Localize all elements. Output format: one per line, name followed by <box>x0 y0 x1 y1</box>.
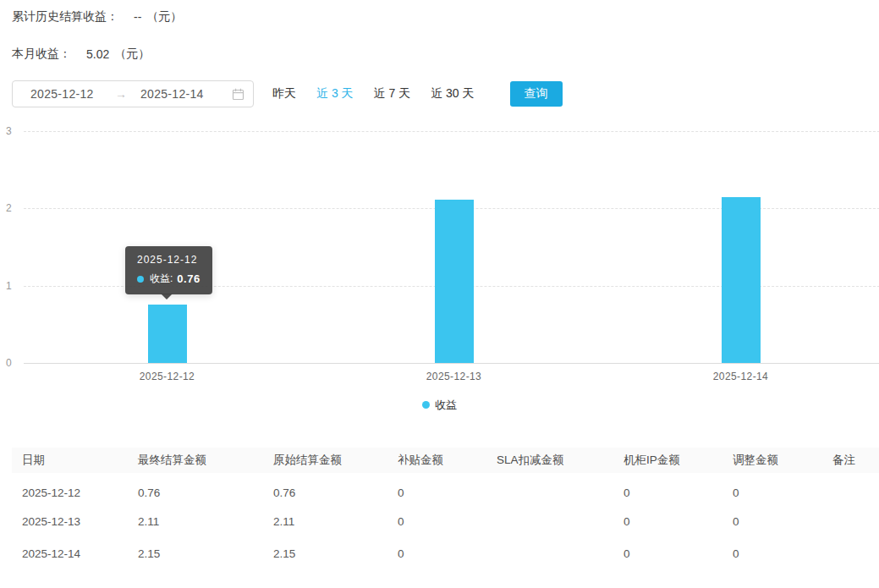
table-cell <box>822 473 879 505</box>
query-button[interactable]: 查询 <box>510 81 563 107</box>
chart-legend: 收益 <box>0 397 879 413</box>
chart-bar-2025-12-13[interactable] <box>435 200 474 363</box>
month-earnings-label: 本月收益： <box>12 47 71 62</box>
table-header-cell: 补贴金额 <box>387 448 486 473</box>
table-cell <box>822 505 879 537</box>
table-cell: 2025-12-13 <box>12 505 128 537</box>
table-header-cell: 机柜IP金额 <box>613 448 722 473</box>
table-header-cell: 调整金额 <box>722 448 822 473</box>
chart-bar-2025-12-12[interactable] <box>148 305 187 363</box>
total-earnings-label: 累计历史结算收益： <box>12 9 118 25</box>
table-cell: 0 <box>613 537 722 569</box>
chart-tooltip: 2025-12-12 收益: 0.76 <box>125 246 212 294</box>
calendar-icon[interactable] <box>232 88 244 101</box>
x-axis-label: 2025-12-14 <box>690 371 792 382</box>
month-earnings-row: 本月收益： 5.02 （元） <box>12 47 867 62</box>
table-row: 2025-12-120.760.76000 <box>12 473 879 505</box>
table-cell: 2025-12-12 <box>12 473 128 505</box>
table-cell: 2025-12-14 <box>12 537 128 569</box>
quick-filter-0[interactable]: 昨天 <box>272 86 296 102</box>
quick-filter-1[interactable]: 近 3 天 <box>316 86 354 102</box>
table-cell: 2.15 <box>263 537 387 569</box>
earnings-chart: 2025-12-12 收益: 0.76 收益 01232025-12-12202… <box>0 122 879 415</box>
total-earnings-unit: （元） <box>146 9 182 25</box>
y-axis-tick: 2 <box>6 201 12 215</box>
table-cell: 0 <box>613 505 722 537</box>
table-cell: 0 <box>387 505 486 537</box>
table-header-cell: 备注 <box>822 448 879 473</box>
range-arrow-icon: → <box>115 87 127 101</box>
y-axis-tick: 1 <box>6 279 12 293</box>
tooltip-series-row: 收益: 0.76 <box>137 272 201 286</box>
tooltip-value: 0.76 <box>177 272 200 285</box>
table-cell: 0 <box>387 537 486 569</box>
legend-dot-icon <box>422 401 430 409</box>
table-cell <box>486 505 613 537</box>
grid-line <box>24 131 879 132</box>
filter-toolbar: → 昨天近 3 天近 7 天近 30 天 查询 <box>12 80 867 107</box>
tooltip-date: 2025-12-12 <box>137 254 201 266</box>
table-cell <box>486 473 613 505</box>
x-axis-label: 2025-12-13 <box>404 371 505 382</box>
table-cell: 0 <box>613 473 722 505</box>
settlement-table: 日期最终结算金额原始结算金额补贴金额SLA扣减金额机柜IP金额调整金额备注 20… <box>12 448 879 569</box>
table-cell: 0 <box>387 473 486 505</box>
table-cell: 2.11 <box>263 505 387 537</box>
date-start-input[interactable] <box>29 86 110 102</box>
date-end-input[interactable] <box>139 86 220 102</box>
table-cell: 0 <box>722 473 822 505</box>
series-dot-icon <box>137 276 144 283</box>
table-header-cell: 原始结算金额 <box>263 448 387 473</box>
total-earnings-value: -- <box>134 10 141 24</box>
table-cell <box>486 537 613 569</box>
table-cell: 0.76 <box>128 473 263 505</box>
quick-filters: 昨天近 3 天近 7 天近 30 天 <box>272 86 475 102</box>
quick-filter-3[interactable]: 近 30 天 <box>431 86 474 102</box>
table-cell: 0 <box>722 505 822 537</box>
legend-label: 收益 <box>435 398 457 413</box>
chart-bar-2025-12-14[interactable] <box>722 197 761 363</box>
x-axis-line <box>24 363 879 364</box>
table-row: 2025-12-132.112.11000 <box>12 505 879 537</box>
month-earnings-unit: （元） <box>114 47 150 62</box>
table-cell: 2.15 <box>128 537 263 569</box>
legend-item[interactable]: 收益 <box>422 398 457 413</box>
date-range-picker[interactable]: → <box>12 80 254 107</box>
y-axis-tick: 3 <box>6 124 12 138</box>
tooltip-series-label: 收益: <box>150 272 173 286</box>
table-cell <box>822 537 879 569</box>
table-cell: 0 <box>722 537 822 569</box>
table-header-cell: 最终结算金额 <box>128 448 263 473</box>
table-cell: 2.11 <box>128 505 263 537</box>
table-header-cell: 日期 <box>12 448 128 473</box>
month-earnings-value: 5.02 <box>86 47 109 61</box>
table-header-cell: SLA扣减金额 <box>486 448 613 473</box>
x-axis-label: 2025-12-12 <box>117 371 218 382</box>
table-row: 2025-12-142.152.15000 <box>12 537 879 569</box>
y-axis-tick: 0 <box>6 356 12 370</box>
table-body: 2025-12-120.760.760002025-12-132.112.110… <box>12 473 879 569</box>
total-earnings-row: 累计历史结算收益： -- （元） <box>12 0 867 25</box>
table-cell: 0.76 <box>263 473 387 505</box>
table-header-row: 日期最终结算金额原始结算金额补贴金额SLA扣减金额机柜IP金额调整金额备注 <box>12 448 879 473</box>
quick-filter-2[interactable]: 近 7 天 <box>374 86 411 102</box>
